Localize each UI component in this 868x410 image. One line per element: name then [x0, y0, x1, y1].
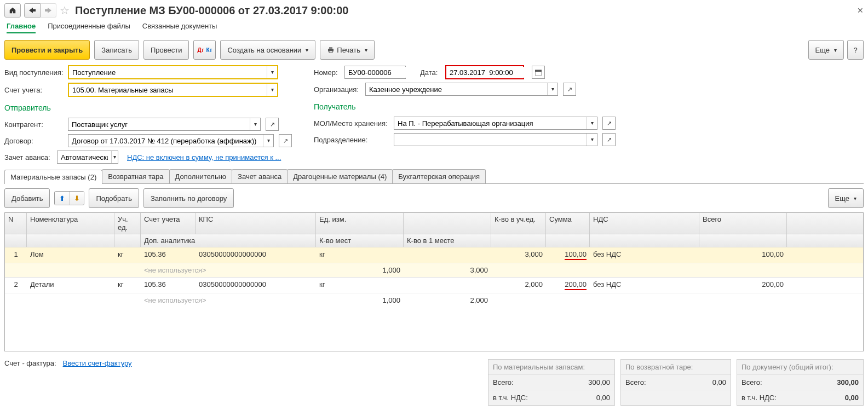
calendar-icon [535, 69, 542, 76]
mol-input[interactable] [394, 118, 587, 129]
open-button[interactable]: ↗ [602, 117, 616, 130]
dt-kt-button[interactable]: ДтКт [193, 40, 216, 60]
table-row-sub[interactable]: <не используется> 1,000 2,000 [5, 293, 863, 307]
nav-files[interactable]: Присоединенные файлы [48, 22, 130, 33]
org-label: Организация: [314, 85, 362, 94]
number-label: Номер: [314, 68, 341, 77]
col-meas[interactable]: Ед. изм. [316, 213, 404, 234]
table-row[interactable]: 1 Лом кг 105.36 03050000000000000 кг 3,0… [5, 247, 863, 263]
dept-input[interactable] [394, 134, 587, 145]
receiver-header: Получатель [314, 102, 616, 111]
back-button[interactable] [24, 3, 41, 18]
table-row[interactable]: 2 Детали кг 105.36 03050000000000000 кг … [5, 277, 863, 293]
fill-by-contract-button[interactable]: Заполнить по договору [143, 188, 234, 208]
svg-rect-2 [329, 51, 332, 53]
mol-label: МОЛ/Место хранения: [314, 119, 390, 128]
dropdown-icon[interactable]: ▾ [547, 83, 557, 95]
col-places[interactable]: К-во мест [316, 234, 404, 247]
home-button[interactable] [4, 3, 21, 18]
col-unit[interactable]: Уч. ед. [114, 213, 141, 234]
open-button[interactable]: ↗ [602, 133, 616, 146]
dropdown-icon[interactable]: ▾ [111, 151, 118, 163]
tab-tare[interactable]: Возвратная тара [102, 169, 169, 183]
account-label: Счет учета: [4, 86, 65, 94]
page-title: Поступление МЗ БУ00-000006 от 27.03.2017… [75, 4, 349, 17]
enter-invoice-link[interactable]: Ввести счет-фактуру [63, 359, 132, 367]
add-button[interactable]: Добавить [4, 188, 50, 208]
more-button[interactable]: Еще [808, 40, 844, 60]
advance-label: Зачет аванса: [4, 153, 54, 161]
move-down-button[interactable]: ⬇ [70, 192, 84, 205]
create-based-button[interactable]: Создать на основании [220, 40, 315, 60]
dept-label: Подразделение: [314, 136, 390, 144]
printer-icon [327, 47, 335, 53]
tab-accounting[interactable]: Бухгалтерская операция [392, 169, 486, 183]
table-row-sub[interactable]: <не используется> 1,000 3,000 [5, 263, 863, 277]
svg-rect-1 [329, 47, 332, 49]
help-button[interactable]: ? [847, 40, 864, 60]
tab-advance[interactable]: Зачет аванса [232, 169, 288, 183]
contract-label: Договор: [4, 137, 65, 145]
number-input[interactable] [345, 67, 409, 78]
grid-more-button[interactable]: Еще [828, 188, 864, 208]
dropdown-icon[interactable]: ▾ [263, 135, 273, 147]
svg-rect-4 [535, 70, 542, 72]
col-n[interactable]: N [5, 213, 27, 234]
receipt-type-label: Вид поступления: [4, 68, 65, 77]
nav-main[interactable]: Главное [7, 22, 36, 33]
favorite-star-icon[interactable]: ☆ [60, 4, 70, 17]
invoice-label: Счет - фактура: [4, 359, 56, 367]
col-perplace[interactable]: К-во в 1 месте [404, 234, 491, 247]
nav-related[interactable]: Связанные документы [142, 22, 217, 33]
materials-grid: N Номенклатура Уч. ед. Счет учета КПС Ед… [4, 212, 864, 351]
pick-button[interactable]: Подобрать [89, 188, 139, 208]
account-input[interactable] [69, 84, 267, 95]
date-label: Дата: [420, 68, 442, 77]
tab-extra[interactable]: Дополнительно [169, 169, 233, 183]
tab-precious[interactable]: Драгоценные материалы (4) [287, 169, 393, 183]
post-button[interactable]: Провести [143, 40, 189, 60]
vat-link[interactable]: НДС: не включен в сумму, не принимается … [127, 153, 281, 161]
calendar-button[interactable] [532, 66, 545, 79]
col-vat[interactable]: НДС [590, 213, 699, 234]
close-icon[interactable]: ✕ [857, 6, 864, 15]
col-nom[interactable]: Номенклатура [27, 213, 114, 234]
org-input[interactable] [366, 84, 547, 95]
col-total[interactable]: Всего [699, 213, 787, 234]
post-and-close-button[interactable]: Провести и закрыть [4, 40, 90, 60]
col-acct[interactable]: Счет учета [141, 213, 196, 234]
counterparty-input[interactable] [68, 119, 250, 130]
save-button[interactable]: Записать [94, 40, 139, 60]
print-button[interactable]: Печать [320, 40, 375, 60]
open-button[interactable]: ↗ [563, 83, 576, 96]
summary-tare: По возвратной таре: Всего:0,00 xx [620, 359, 731, 406]
open-button[interactable]: ↗ [279, 134, 292, 147]
col-sum[interactable]: Сумма [546, 213, 590, 234]
dropdown-icon[interactable]: ▾ [587, 117, 597, 129]
counterparty-label: Контрагент: [4, 120, 65, 129]
summary-materials: По материальным запасам: Всего:300,00 в … [488, 359, 615, 406]
contract-input[interactable] [68, 135, 263, 146]
open-button[interactable]: ↗ [266, 118, 279, 131]
dropdown-icon[interactable]: ▾ [267, 84, 277, 96]
tab-materials[interactable]: Материальные запасы (2) [4, 170, 102, 184]
col-analytics[interactable]: Доп. аналитика [141, 234, 316, 247]
col-qty[interactable]: К-во в уч.ед. [491, 213, 546, 234]
dropdown-icon[interactable]: ▾ [587, 134, 597, 146]
sender-header: Отправитель [4, 103, 292, 112]
advance-input[interactable] [58, 152, 111, 163]
receipt-type-input[interactable] [69, 67, 267, 78]
summary-document: По документу (общий итог): Всего:300,00 … [737, 359, 864, 406]
date-input[interactable] [446, 67, 526, 78]
dropdown-icon[interactable]: ▾ [250, 118, 260, 130]
dropdown-icon[interactable]: ▾ [267, 66, 277, 78]
forward-button[interactable] [41, 3, 56, 18]
move-up-button[interactable]: ⬆ [55, 192, 70, 205]
col-kps[interactable]: КПС [196, 213, 316, 234]
